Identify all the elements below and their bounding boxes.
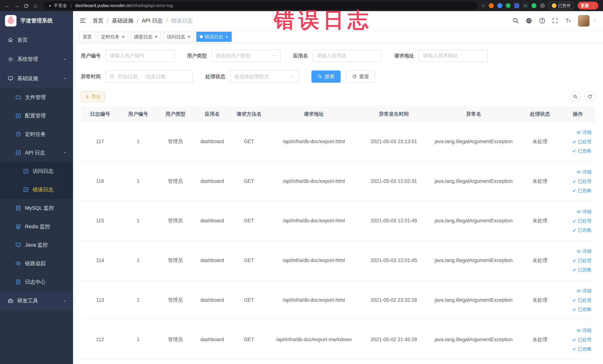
sidebar-logo[interactable]: 芋道管理系统 bbox=[0, 11, 73, 30]
action-processed[interactable]: 已处理 bbox=[562, 216, 591, 225]
user-id-input[interactable] bbox=[110, 53, 170, 59]
sidebar-item-log-center[interactable]: 日志中心 bbox=[0, 273, 73, 291]
cell-request-method: GET bbox=[231, 201, 267, 241]
action-processed[interactable]: 已处理 bbox=[562, 256, 591, 265]
breadcrumb-item[interactable]: API 日志 bbox=[142, 17, 163, 24]
view-tab-home[interactable]: 首页 bbox=[79, 32, 95, 42]
action-processed[interactable]: 已处理 bbox=[562, 177, 591, 186]
address-bar[interactable]: ▲ 不安全 dashboard.yudao.iocoder.cn/infra/l… bbox=[44, 1, 477, 10]
filter-row-2: 异常时间 开始日期 - 结束日期 处理状态 请选择处理状态 bbox=[81, 70, 595, 83]
tab-close-icon[interactable]: × bbox=[122, 34, 125, 39]
action-ignored[interactable]: 已忽略 bbox=[562, 186, 591, 195]
header-search-icon[interactable] bbox=[512, 17, 519, 24]
view-tab-access-log[interactable]: 访问日志× bbox=[163, 32, 194, 42]
github-icon[interactable] bbox=[526, 17, 532, 24]
filter-label-user-id: 用户编号 bbox=[81, 52, 101, 59]
action-ignored[interactable]: 已忽略 bbox=[562, 265, 591, 274]
export-button-label: 导出 bbox=[92, 94, 101, 100]
extension-icon-green-y[interactable]: Y bbox=[506, 3, 511, 8]
sidebar-item-scheduled-tasks[interactable]: 定时任务 bbox=[0, 125, 73, 143]
request-url-input-wrapper bbox=[419, 50, 488, 62]
extension-icon-grid[interactable] bbox=[514, 3, 519, 8]
action-label: 详细 bbox=[582, 207, 591, 216]
reset-button[interactable]: 重置 bbox=[346, 70, 375, 83]
extension-icon-orange[interactable] bbox=[489, 3, 494, 8]
tab-label: 定时任务 bbox=[101, 34, 120, 40]
cell-request-url: /api/infra/db-doc/export-html bbox=[267, 162, 360, 201]
sidebar-item-file-management[interactable]: 文件管理 bbox=[0, 88, 73, 107]
tab-close-icon[interactable]: × bbox=[225, 34, 228, 39]
cell-log-id: 114 bbox=[81, 241, 119, 280]
sidebar-item-system-management[interactable]: 系统管理 bbox=[0, 50, 73, 69]
tab-close-icon[interactable]: × bbox=[155, 34, 158, 39]
browser-forward-button[interactable]: → bbox=[12, 0, 22, 11]
sidebar-item-api-log[interactable]: API 日志 bbox=[0, 143, 73, 162]
bookmark-star-icon[interactable]: ☆ bbox=[481, 3, 485, 9]
sidebar-item-redis-monitor[interactable]: Redis 监控 bbox=[0, 217, 73, 236]
check-icon bbox=[572, 179, 577, 184]
extension-icon-leaf[interactable] bbox=[532, 3, 536, 8]
fullscreen-icon[interactable] bbox=[552, 17, 558, 24]
sidebar-item-config-management[interactable]: 配置管理 bbox=[0, 107, 73, 125]
browser-home-button[interactable]: ⌂ bbox=[31, 0, 40, 11]
extension-icon-blue[interactable] bbox=[497, 3, 502, 8]
cell-actions: 详细已处理已忽略 bbox=[560, 241, 595, 280]
sidebar-item-home[interactable]: 首页 bbox=[0, 30, 73, 50]
user-avatar[interactable] bbox=[578, 15, 590, 26]
action-detail[interactable]: 详细 bbox=[562, 167, 591, 177]
font-size-icon[interactable] bbox=[565, 17, 571, 24]
action-ignored[interactable]: 已忽略 bbox=[562, 305, 591, 314]
search-button[interactable]: 搜索 bbox=[312, 70, 340, 83]
sidebar-item-tracing[interactable]: 链路追踪 bbox=[0, 254, 73, 273]
filter-item-process-status: 处理状态 请选择处理状态 bbox=[205, 70, 299, 83]
action-ignored[interactable]: 已忽略 bbox=[562, 146, 591, 156]
toggle-search-button[interactable] bbox=[570, 91, 581, 102]
tab-close-icon[interactable]: × bbox=[188, 34, 191, 39]
action-ignored[interactable]: 已忽略 bbox=[562, 344, 591, 354]
breadcrumb-item[interactable]: 首页 bbox=[93, 17, 104, 24]
action-detail[interactable]: 详细 bbox=[562, 286, 591, 295]
export-button[interactable]: 导出 bbox=[81, 91, 105, 102]
action-processed[interactable]: 已处理 bbox=[562, 295, 591, 305]
sidebar-item-dev-tools[interactable]: 研发工具 bbox=[0, 291, 73, 310]
extension-icon-on-badge[interactable]: on bbox=[523, 3, 528, 8]
user-type-select[interactable]: 请选择用户类型 bbox=[211, 50, 281, 62]
cell-process-status: 未处理 bbox=[520, 241, 560, 280]
sidebar-item-mysql-monitor[interactable]: MySQL 监控 bbox=[0, 199, 73, 218]
action-processed[interactable]: 已处理 bbox=[562, 137, 591, 146]
column-header-log-id: 日志编号 bbox=[81, 107, 119, 122]
view-tab-scheduled-tasks[interactable]: 定时任务× bbox=[98, 32, 128, 42]
browser-back-button[interactable]: ← bbox=[3, 0, 12, 11]
app-name-input[interactable] bbox=[317, 53, 378, 59]
sidebar-item-access-log[interactable]: 访问日志 bbox=[0, 162, 73, 180]
action-detail[interactable]: 详细 bbox=[562, 247, 591, 256]
action-detail[interactable]: 详细 bbox=[562, 326, 591, 335]
help-icon[interactable] bbox=[539, 17, 545, 24]
view-tab-dispatch-log[interactable]: 调度日志× bbox=[130, 32, 161, 42]
sidebar-toggle-icon[interactable] bbox=[79, 17, 86, 24]
action-detail[interactable]: 详细 bbox=[562, 207, 591, 216]
cell-app-name: dashboard bbox=[194, 320, 231, 360]
sidebar-item-label: Java 监控 bbox=[25, 241, 67, 248]
tab-label: 错误日志 bbox=[205, 34, 223, 40]
exception-time-range-picker[interactable]: 开始日期 - 结束日期 bbox=[105, 70, 193, 83]
refresh-table-button[interactable] bbox=[584, 91, 595, 102]
view-tab-error-log[interactable]: 错误日志× bbox=[196, 32, 232, 42]
action-ignored[interactable]: 已忽略 bbox=[562, 225, 591, 235]
action-processed[interactable]: 已处理 bbox=[562, 335, 591, 344]
column-header-app-name: 应用名 bbox=[194, 107, 231, 122]
sidebar-item-error-log[interactable]: 错误日志 bbox=[0, 180, 73, 199]
process-status-select[interactable]: 请选择处理状态 bbox=[230, 70, 299, 83]
extensions-puzzle-icon[interactable] bbox=[540, 3, 545, 8]
update-button[interactable]: 更新 ⋮ bbox=[578, 2, 598, 9]
browser-reload-button[interactable] bbox=[22, 0, 31, 11]
action-detail[interactable]: 详细 bbox=[562, 128, 591, 137]
request-url-input[interactable] bbox=[423, 53, 484, 59]
eye-icon bbox=[577, 328, 581, 333]
sidebar-item-infrastructure[interactable]: 基础设施 bbox=[0, 69, 73, 88]
breadcrumb-item[interactable]: 基础设施 bbox=[112, 17, 133, 24]
avatar-caret-icon[interactable] bbox=[593, 19, 597, 23]
search-icon bbox=[318, 74, 322, 79]
paused-button[interactable]: 已暂停 bbox=[548, 2, 574, 9]
sidebar-item-java-monitor[interactable]: Java 监控 bbox=[0, 236, 73, 254]
